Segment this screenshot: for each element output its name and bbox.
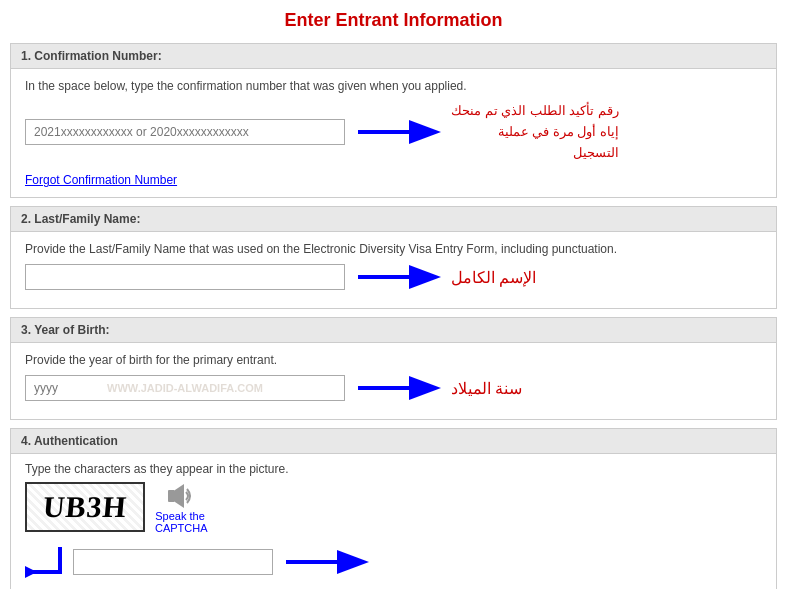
lastname-input[interactable] [25, 264, 345, 290]
section-lastname-body: Provide the Last/Family Name that was us… [11, 232, 776, 308]
captcha-text: UB3H [41, 490, 128, 524]
section-auth-header: 4. Authentication [11, 429, 776, 454]
section-authentication: 4. Authentication Type the characters as… [10, 428, 777, 589]
section1-desc: In the space below, type the confirmatio… [25, 79, 762, 93]
confirmation-number-input[interactable] [25, 119, 345, 145]
section-year-body: Provide the year of birth for the primar… [11, 343, 776, 419]
section-confirmation-body: In the space below, type the confirmatio… [11, 69, 776, 197]
arabic-annotation-3: سنة الميلاد [451, 379, 522, 398]
section-year-of-birth: 3. Year of Birth: Provide the year of bi… [10, 317, 777, 420]
forgot-confirmation-link[interactable]: Forgot Confirmation Number [25, 173, 177, 187]
speak-captcha-label: Speak the CAPTCHA [155, 510, 205, 534]
arrow-icon-bottom-left [25, 542, 65, 582]
speaker-icon [166, 482, 194, 510]
svg-rect-3 [168, 490, 175, 502]
section-auth-body: Type the characters as they appear in th… [11, 454, 776, 589]
arrow-icon-1 [353, 120, 443, 144]
arabic-annotation-1: رقم تأكيد الطلب الذي تم منحك إياه أول مر… [451, 101, 619, 163]
arrow-icon-3 [353, 376, 443, 400]
arrow-icon-2 [353, 265, 443, 289]
page-title: Enter Entrant Information [0, 0, 787, 43]
captcha-desc: Type the characters as they appear in th… [25, 462, 762, 476]
section-lastname: 2. Last/Family Name: Provide the Last/Fa… [10, 206, 777, 309]
section-confirmation-header: 1. Confirmation Number: [11, 44, 776, 69]
captcha-image: UB3H [25, 482, 145, 532]
svg-marker-4 [175, 484, 184, 508]
arrow-icon-captcha [281, 550, 371, 574]
arabic-annotation-2: الإسم الكامل [451, 268, 536, 287]
section-confirmation: 1. Confirmation Number: In the space bel… [10, 43, 777, 198]
section3-desc: Provide the year of birth for the primar… [25, 353, 762, 367]
section-lastname-header: 2. Last/Family Name: [11, 207, 776, 232]
section-year-header: 3. Year of Birth: [11, 318, 776, 343]
speak-captcha-button[interactable]: Speak the CAPTCHA [155, 482, 205, 534]
year-of-birth-input[interactable] [25, 375, 345, 401]
section2-desc: Provide the Last/Family Name that was us… [25, 242, 762, 256]
captcha-input[interactable] [73, 549, 273, 575]
